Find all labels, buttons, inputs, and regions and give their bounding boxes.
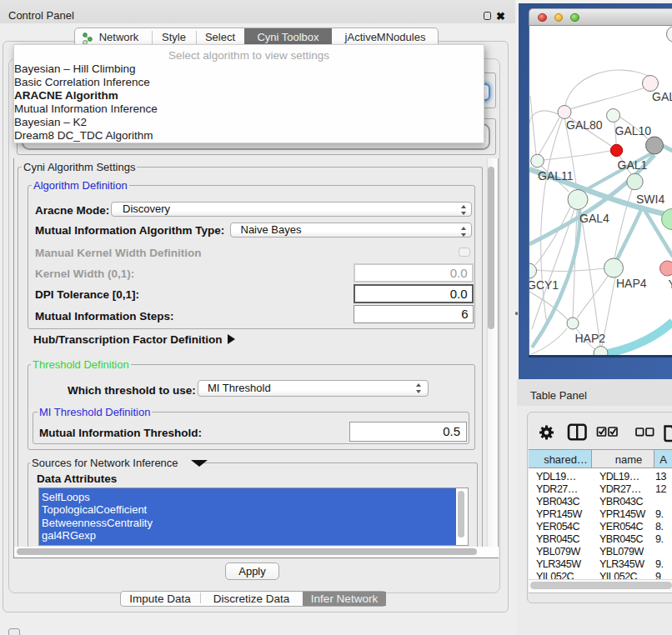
svg-text:GAL4: GAL4 (579, 212, 609, 225)
svg-text:GAL1: GAL1 (618, 158, 648, 172)
svg-text:GAL7: GAL7 (652, 90, 672, 103)
svg-text:GAL11: GAL11 (538, 169, 574, 182)
svg-text:HAP4: HAP4 (616, 277, 647, 290)
svg-text:GCY1: GCY1 (529, 278, 559, 292)
svg-text:YM: YM (669, 278, 672, 291)
svg-text:GAL80: GAL80 (566, 118, 603, 132)
svg-text:SWI4: SWI4 (636, 192, 664, 206)
svg-text:GAL10: GAL10 (615, 124, 652, 138)
svg-text:HAP2: HAP2 (575, 332, 606, 345)
